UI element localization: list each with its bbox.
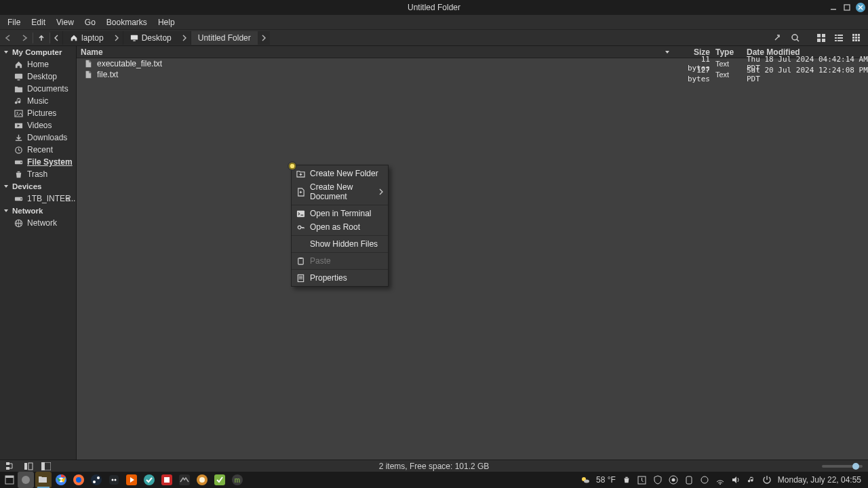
file-icon	[83, 70, 93, 79]
breadcrumb-0[interactable]: laptop	[62, 31, 111, 45]
status-places-icon[interactable]	[23, 462, 34, 471]
taskbar-mint[interactable]: m	[229, 472, 245, 488]
taskbar-player[interactable]	[123, 472, 140, 488]
window-title: Untitled Folder	[408, 3, 460, 12]
sidebar-group-my-computer[interactable]: My Computer	[0, 46, 76, 58]
menu-help[interactable]: Help	[153, 16, 180, 28]
weather-icon[interactable]	[580, 475, 590, 485]
system-tray: 58 °F Monday, July 22, 04:55	[580, 475, 865, 485]
back-button[interactable]	[0, 31, 16, 45]
taskbar-app-9[interactable]	[159, 472, 175, 488]
tray-record-icon[interactable]	[669, 475, 678, 485]
taskbar-steam[interactable]	[88, 472, 104, 488]
sidebar-group-network[interactable]: Network	[0, 205, 76, 217]
svg-text:m: m	[235, 476, 240, 484]
taskbar-chrome[interactable]	[53, 472, 69, 488]
menu-go[interactable]: Go	[80, 16, 100, 28]
menu-view[interactable]: View	[52, 16, 79, 28]
tray-trash-icon[interactable]	[622, 475, 631, 485]
view-icons-button[interactable]	[814, 31, 829, 45]
home-icon	[70, 34, 78, 42]
sidebar-item-trash[interactable]: Trash	[0, 168, 76, 180]
sidebar-item-documents[interactable]: Documents	[0, 83, 76, 95]
status-toggle-side-icon[interactable]	[41, 462, 52, 471]
taskbar-app-8[interactable]	[141, 472, 157, 488]
taskbar-app-11[interactable]	[194, 472, 210, 488]
menu-file[interactable]: File	[3, 16, 25, 28]
start-menu-icon[interactable]	[3, 473, 16, 487]
svg-rect-42	[41, 462, 45, 470]
column-type[interactable]: Type	[715, 47, 743, 57]
tray-indicator2-icon[interactable]	[700, 475, 709, 485]
desktop-icon	[14, 72, 23, 81]
sidebar-item-desktop[interactable]: Desktop	[0, 70, 76, 83]
sidebar-item-file-system[interactable]: File System	[0, 156, 76, 168]
taskbar-app-12[interactable]	[212, 472, 228, 488]
minimize-button[interactable]	[829, 3, 838, 12]
svg-point-45	[22, 476, 30, 484]
ctx-properties[interactable]: Properties	[292, 271, 388, 285]
svg-rect-70	[686, 476, 692, 484]
crumb-back-icon[interactable]	[50, 31, 62, 45]
ctx-open-as-root[interactable]: Open as Root	[292, 220, 388, 234]
svg-point-52	[93, 481, 96, 483]
breadcrumb: laptopDesktopUntitled Folder	[50, 30, 270, 45]
taskbar-filemanager[interactable]	[35, 472, 52, 488]
file-icon	[83, 59, 93, 68]
close-button[interactable]	[856, 3, 865, 12]
taskbar-app-10[interactable]	[176, 472, 193, 488]
sidebar-item-1tb-inter-[interactable]: 1TB_INTER...	[0, 192, 76, 205]
menu-edit[interactable]: Edit	[26, 16, 50, 28]
up-button[interactable]	[33, 31, 50, 45]
svg-rect-34	[852, 39, 854, 41]
svg-point-54	[112, 479, 114, 481]
breadcrumb-2[interactable]: Untitled Folder	[191, 31, 258, 45]
file-row[interactable]: file.txt127 bytesTextSat 20 Jul 2024 12:…	[77, 69, 868, 80]
zoom-slider[interactable]	[822, 465, 863, 468]
tray-power-icon[interactable]	[762, 475, 772, 485]
svg-point-51	[97, 476, 100, 479]
column-name[interactable]: Name	[77, 47, 664, 57]
weather-text[interactable]: 58 °F	[596, 475, 616, 485]
tray-network-icon[interactable]	[715, 475, 725, 485]
forward-button[interactable]	[16, 31, 33, 45]
ctx-show-hidden-files[interactable]: Show Hidden Files	[292, 237, 388, 251]
ctx-create-new-document[interactable]: Create New Document	[292, 180, 388, 203]
tray-volume-icon[interactable]	[731, 475, 741, 485]
chevron-right-icon[interactable]	[258, 31, 270, 45]
chevron-right-icon[interactable]	[111, 31, 123, 45]
titlebar: Untitled Folder	[0, 0, 868, 15]
ctx-create-new-folder[interactable]: Create New Folder	[292, 167, 388, 180]
sidebar-item-music[interactable]: Music	[0, 95, 76, 107]
sidebar-item-home[interactable]: Home	[0, 58, 76, 70]
tray-updates-icon[interactable]	[637, 475, 647, 485]
search-button[interactable]	[788, 31, 803, 45]
view-list-button[interactable]	[831, 31, 846, 45]
sidebar-item-downloads[interactable]: Downloads	[0, 131, 76, 144]
sidebar-item-network[interactable]: Network	[0, 217, 76, 229]
sidebar-item-pictures[interactable]: Pictures	[0, 107, 76, 119]
taskbar-discord[interactable]	[106, 472, 122, 488]
eject-icon[interactable]	[64, 195, 72, 203]
status-treeview-icon[interactable]	[5, 462, 16, 471]
view-compact-button[interactable]	[849, 31, 864, 45]
tray-shield-icon[interactable]	[653, 475, 663, 485]
ctx-open-in-terminal[interactable]: Open in Terminal	[292, 207, 388, 220]
taskbar-firefox[interactable]	[71, 472, 87, 488]
chevron-right-icon[interactable]	[178, 31, 191, 45]
taskbar-app-1[interactable]	[18, 472, 34, 488]
sort-indicator-icon[interactable]	[664, 49, 677, 56]
maximize-button[interactable]	[842, 3, 852, 12]
sidebar-item-videos[interactable]: Videos	[0, 119, 76, 131]
menu-bookmarks[interactable]: Bookmarks	[102, 16, 152, 28]
sidebar-group-devices[interactable]: Devices	[0, 180, 76, 192]
tray-music-icon[interactable]	[747, 475, 756, 485]
svg-rect-22	[835, 35, 837, 36]
file-list[interactable]: executable_file.txt11 bytesTextThu 18 Ju…	[77, 58, 868, 460]
toggle-path-entry-button[interactable]	[770, 31, 785, 45]
sidebar-item-recent[interactable]: Recent	[0, 144, 76, 156]
clock-text[interactable]: Monday, July 22, 04:55	[778, 475, 861, 485]
tray-indicator1-icon[interactable]	[684, 475, 694, 485]
svg-point-72	[719, 483, 721, 485]
breadcrumb-1[interactable]: Desktop	[123, 31, 178, 45]
